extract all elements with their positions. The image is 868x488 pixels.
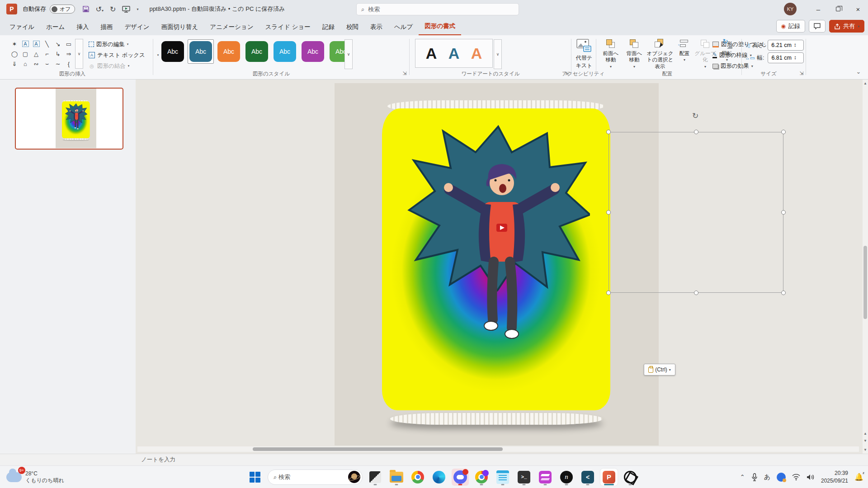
notes-placeholder[interactable]: ノートを入力: [141, 456, 175, 464]
selection-handle-s[interactable]: [694, 291, 698, 295]
shape-styles-dialog-launcher[interactable]: ⇲: [401, 70, 408, 76]
tab-insert[interactable]: 挿入: [71, 20, 94, 35]
left-brace-icon[interactable]: {: [63, 59, 74, 69]
person-illustration[interactable]: [69, 107, 84, 131]
height-spinner[interactable]: ▴▾: [768, 40, 804, 51]
selection-handle-n[interactable]: [694, 130, 698, 134]
wifi-icon[interactable]: [792, 474, 800, 480]
shape-style-swatch-4[interactable]: Abc: [244, 39, 270, 64]
titlebar-search[interactable]: ⌕ 検索: [356, 3, 519, 15]
group-button[interactable]: グループ化▾: [693, 39, 717, 69]
taskbar-search[interactable]: ⌕ 検索: [268, 469, 363, 485]
shape-style-swatch-2[interactable]: Abc: [188, 39, 214, 64]
shape-style-swatch-5[interactable]: Abc: [272, 39, 298, 64]
ime-indicator[interactable]: あ: [764, 473, 770, 481]
wordart-more-button[interactable]: ∨: [494, 39, 502, 69]
tab-slideshow[interactable]: スライド ショー: [259, 20, 316, 35]
wordart-style-3[interactable]: A: [471, 45, 482, 62]
rotate-button[interactable]: ↻ 回転▾: [719, 39, 735, 62]
scroll-up-icon[interactable]: ▲: [863, 81, 867, 85]
starburst-icon[interactable]: ✶: [9, 39, 20, 49]
record-button[interactable]: ◉ 記録: [776, 20, 805, 33]
slide-thumbnail[interactable]: [15, 88, 123, 150]
size-dialog-launcher[interactable]: ⇲: [798, 70, 805, 76]
tray-expand-icon[interactable]: ⌃: [740, 474, 745, 480]
close-button[interactable]: ×: [848, 0, 868, 18]
scribble-icon[interactable]: ∾: [31, 59, 42, 69]
elbow-arrow-connector-icon[interactable]: ↳: [52, 49, 63, 59]
tab-home[interactable]: ホーム: [40, 20, 71, 35]
tab-view[interactable]: 表示: [364, 20, 388, 35]
shape-style-swatch-3[interactable]: Abc: [216, 39, 242, 64]
previous-slide-icon[interactable]: ▲: [863, 432, 867, 436]
minimize-button[interactable]: –: [808, 0, 828, 18]
powerpoint-logo[interactable]: P: [6, 4, 17, 14]
edit-shape-button[interactable]: 図形の編集▾: [89, 39, 128, 49]
tray-app-icon[interactable]: [777, 473, 786, 482]
share-button[interactable]: 共有 ▾: [829, 20, 864, 33]
tab-design[interactable]: デザイン: [118, 20, 155, 35]
taskbar-icon-terminal[interactable]: >_: [515, 469, 533, 486]
taskbar-icon-chrome-alt[interactable]: [473, 469, 490, 486]
width-input[interactable]: [768, 55, 793, 61]
redo-icon[interactable]: ↻: [110, 5, 116, 14]
taskbar-icon-chrome[interactable]: [409, 469, 426, 486]
taskbar-icon-dark-app[interactable]: n: [558, 469, 575, 486]
slide-canvas[interactable]: ↻ (Ctrl) ▾: [136, 80, 863, 454]
taskbar-icon-powerpoint[interactable]: P: [600, 469, 618, 486]
vertical-scrollbar[interactable]: ▲ ▲ ▼ ▼: [863, 80, 868, 454]
wordart-style-2[interactable]: A: [448, 45, 460, 62]
tab-help[interactable]: ヘルプ: [388, 20, 419, 35]
paste-options-button[interactable]: (Ctrl) ▾: [644, 364, 675, 375]
wordart-style-1[interactable]: A: [426, 45, 437, 62]
comments-button[interactable]: [809, 20, 826, 33]
shape-style-swatch-6[interactable]: Abc: [300, 39, 326, 64]
tab-review[interactable]: 校閲: [340, 20, 364, 35]
width-spinner[interactable]: ▴▾: [768, 52, 804, 63]
taskbar-icon-task-view[interactable]: [367, 469, 384, 486]
line-icon[interactable]: ╲: [42, 39, 52, 49]
speaker-icon[interactable]: [807, 474, 815, 480]
selection-handle-ne[interactable]: [781, 130, 786, 134]
selection-handle-se[interactable]: [781, 291, 786, 295]
taskbar-icon-discord[interactable]: [452, 469, 469, 486]
tab-shape-format[interactable]: 図形の書式: [419, 19, 461, 35]
elbow-connector-icon[interactable]: ⌐: [42, 49, 52, 59]
oval-icon[interactable]: ◯: [9, 49, 20, 59]
arrow-icon[interactable]: ↘: [52, 39, 63, 49]
rotate-handle-icon[interactable]: ↻: [692, 111, 698, 121]
microphone-icon[interactable]: [751, 473, 758, 481]
qat-customize-icon[interactable]: ▾: [137, 7, 138, 11]
shape-styles-more-button[interactable]: ∨: [344, 39, 353, 69]
tab-transitions[interactable]: 画面切り替え: [156, 20, 204, 35]
person-illustration[interactable]: [443, 157, 561, 356]
align-button[interactable]: ← 配置▾: [676, 39, 693, 62]
taskbar-icon-notepad[interactable]: [494, 469, 511, 486]
do-not-disturb-bell-icon[interactable]: 🔔z: [854, 473, 863, 481]
selection-handle-sw[interactable]: [606, 291, 611, 295]
taskbar-icon-code-app[interactable]: <: [579, 469, 596, 486]
autosave-toggle[interactable]: オフ: [50, 5, 75, 14]
taskbar-icon-file-explorer[interactable]: [388, 469, 405, 486]
user-avatar[interactable]: KY: [784, 3, 797, 15]
selection-handle-nw[interactable]: [606, 130, 611, 134]
height-input[interactable]: [768, 42, 793, 48]
tab-file[interactable]: ファイル: [4, 20, 40, 35]
rectangle-icon[interactable]: ▭: [63, 39, 74, 49]
vertical-scroll-thumb[interactable]: [863, 246, 867, 319]
slideshow-icon[interactable]: [122, 6, 130, 13]
rounded-rectangle-icon[interactable]: ▢: [20, 49, 31, 59]
curve-icon[interactable]: ∼: [52, 59, 63, 69]
merge-shapes-button[interactable]: ◎ 図形の結合▾: [89, 61, 129, 71]
freeform-icon[interactable]: ⌂: [20, 59, 31, 69]
horizontal-scroll-thumb[interactable]: [253, 447, 503, 451]
restore-button[interactable]: [828, 0, 848, 18]
tab-draw[interactable]: 描画: [94, 20, 118, 35]
selection-pane-button[interactable]: オブジェクトの選択と表示: [646, 39, 674, 70]
text-box-v-icon[interactable]: A: [33, 41, 40, 47]
start-button[interactable]: [246, 469, 264, 486]
horizontal-scrollbar[interactable]: [137, 446, 859, 452]
scroll-down-icon[interactable]: ▼: [863, 448, 867, 452]
send-backward-button[interactable]: 背面へ移動▾: [623, 39, 646, 69]
taskbar-icon-edge[interactable]: [430, 469, 448, 486]
